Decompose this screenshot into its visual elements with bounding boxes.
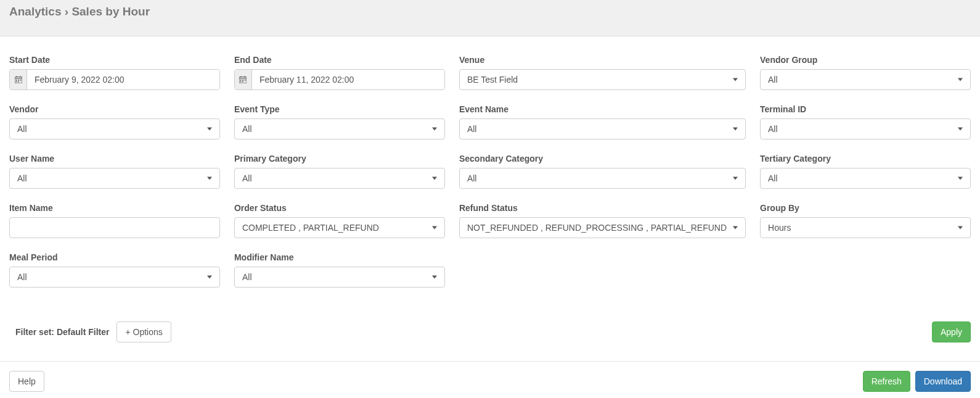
svg-rect-17 [243,81,244,83]
venue-select[interactable]: BE Test Field [459,69,746,90]
chevron-down-icon [207,128,212,131]
chevron-down-icon [733,226,738,230]
end-date-label: End Date [234,55,445,65]
options-button[interactable]: + Options [116,321,171,342]
event-name-value: All [467,124,477,134]
refund-status-field: Refund Status NOT_REFUNDED , REFUND_PROC… [459,203,746,238]
modifier-name-select[interactable]: All [234,267,445,288]
event-type-field: Event Type All [234,104,445,139]
user-name-field: User Name All [9,154,220,189]
breadcrumb-separator: › [65,5,68,18]
tertiary-category-value: All [768,173,778,183]
order-status-select[interactable]: COMPLETED , PARTIAL_REFUND [234,217,445,238]
primary-category-value: All [242,173,252,183]
meal-period-select[interactable]: All [9,267,220,288]
event-type-select[interactable]: All [234,118,445,139]
header-bar: Analytics › Sales by Hour [0,0,980,36]
modifier-name-label: Modifier Name [234,252,445,262]
chevron-down-icon [432,177,437,180]
meal-period-label: Meal Period [9,252,220,262]
event-name-select[interactable]: All [459,118,746,139]
refund-status-select[interactable]: NOT_REFUNDED , REFUND_PROCESSING , PARTI… [459,217,746,238]
tertiary-category-label: Tertiary Category [760,154,971,164]
user-name-select[interactable]: All [9,168,220,189]
primary-category-label: Primary Category [234,154,445,164]
svg-rect-15 [245,80,246,81]
terminal-id-field: Terminal ID All [760,104,971,139]
chevron-down-icon [958,128,963,131]
end-date-input-group[interactable] [234,69,445,90]
meal-period-field: Meal Period All [9,252,220,288]
group-by-label: Group By [760,203,971,213]
refund-status-label: Refund Status [459,203,746,213]
svg-rect-6 [20,80,21,81]
help-button[interactable]: Help [9,371,44,392]
filter-actions-row: Filter set: Default Filter + Options App… [9,321,971,342]
download-button[interactable]: Download [915,371,971,392]
svg-rect-13 [240,80,242,81]
vendor-group-value: All [768,75,778,85]
secondary-category-label: Secondary Category [459,154,746,164]
breadcrumb: Analytics › Sales by Hour [9,5,971,19]
event-name-label: Event Name [459,104,746,114]
secondary-category-value: All [467,173,477,183]
svg-rect-14 [243,80,244,81]
chevron-down-icon [958,226,963,230]
chevron-down-icon [733,128,738,131]
chevron-down-icon [733,177,738,180]
order-status-value: COMPLETED , PARTIAL_REFUND [242,223,379,233]
chevron-down-icon [733,78,738,81]
item-name-label: Item Name [9,203,220,213]
venue-label: Venue [459,55,746,65]
start-date-input-group[interactable] [9,69,220,90]
start-date-label: Start Date [9,55,220,65]
svg-rect-5 [18,80,19,81]
user-name-label: User Name [9,154,220,164]
refund-status-value: NOT_REFUNDED , REFUND_PROCESSING , PARTI… [467,223,727,233]
end-date-field: End Date [234,55,445,90]
event-name-field: Event Name All [459,104,746,139]
order-status-field: Order Status COMPLETED , PARTIAL_REFUND [234,203,445,238]
terminal-id-label: Terminal ID [760,104,971,114]
chevron-down-icon [207,276,212,279]
terminal-id-select[interactable]: All [760,118,971,139]
tertiary-category-select[interactable]: All [760,168,971,189]
chevron-down-icon [958,78,963,81]
svg-rect-4 [15,80,17,81]
event-type-value: All [242,124,252,134]
secondary-category-field: Secondary Category All [459,154,746,189]
modifier-name-value: All [242,272,252,282]
secondary-category-select[interactable]: All [459,168,746,189]
refresh-button[interactable]: Refresh [863,371,910,392]
svg-rect-8 [18,81,19,83]
chevron-down-icon [432,276,437,279]
terminal-id-value: All [768,124,778,134]
venue-value: BE Test Field [467,75,518,85]
breadcrumb-root[interactable]: Analytics [9,5,61,18]
apply-button[interactable]: Apply [932,321,971,342]
chevron-down-icon [207,177,212,180]
modifier-name-field: Modifier Name All [234,252,445,288]
start-date-field: Start Date [9,55,220,90]
item-name-input[interactable] [9,217,220,238]
svg-rect-16 [240,81,242,83]
calendar-icon[interactable] [10,70,27,89]
vendor-value: All [17,124,27,134]
order-status-label: Order Status [234,203,445,213]
vendor-label: Vendor [9,104,220,114]
primary-category-select[interactable]: All [234,168,445,189]
user-name-value: All [17,173,27,183]
meal-period-value: All [17,272,27,282]
chevron-down-icon [432,226,437,230]
item-name-field: Item Name [9,203,220,238]
vendor-select[interactable]: All [9,118,220,139]
end-date-input[interactable] [252,70,444,89]
venue-field: Venue BE Test Field [459,55,746,90]
start-date-input[interactable] [27,70,219,89]
calendar-icon[interactable] [235,70,252,89]
vendor-group-select[interactable]: All [760,69,971,90]
primary-category-field: Primary Category All [234,154,445,189]
group-by-select[interactable]: Hours [760,217,971,238]
chevron-down-icon [432,128,437,131]
chevron-down-icon [958,177,963,180]
